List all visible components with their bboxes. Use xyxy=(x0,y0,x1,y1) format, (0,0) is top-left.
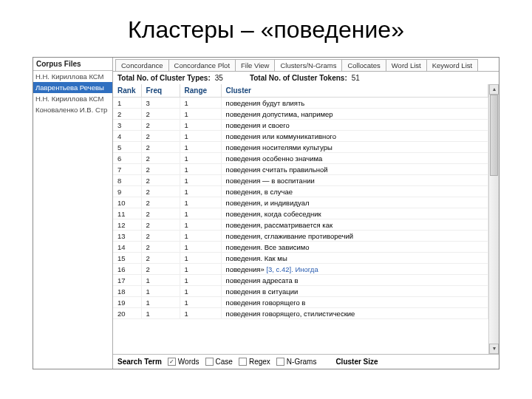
cluster-cell: поведения. Как мы xyxy=(221,253,488,264)
case-checkbox[interactable]: Case xyxy=(205,358,233,366)
cluster-cell: поведения, в случае xyxy=(221,186,488,197)
table-row[interactable]: 221поведения допустима, например xyxy=(113,109,488,120)
results-table-wrap: Rank Freq Range Cluster 131поведения буд… xyxy=(113,84,488,354)
scroll-down-button[interactable]: ▾ xyxy=(489,344,499,354)
cluster-cell: поведения, рассматривается как xyxy=(221,219,488,231)
table-row[interactable]: 721поведения считать правильной xyxy=(113,164,488,175)
col-cluster[interactable]: Cluster xyxy=(221,84,488,98)
col-rank[interactable]: Rank xyxy=(113,84,141,98)
cluster-cell: поведения носителями культуры xyxy=(221,142,488,153)
cluster-cell: поведения или коммуникативного xyxy=(221,131,488,142)
ngrams-label: N-Grams xyxy=(287,358,317,366)
cluster-cell: поведения адресата в xyxy=(221,275,488,286)
search-term-label: Search Term xyxy=(117,358,162,366)
cluster-tokens-value: 51 xyxy=(352,74,360,82)
col-freq[interactable]: Freq xyxy=(141,84,180,98)
table-row[interactable]: 821поведения — в воспитании xyxy=(113,175,488,186)
tab-keyword-list[interactable]: Keyword List xyxy=(426,59,478,71)
table-row[interactable]: 621поведения особенно значима xyxy=(113,153,488,164)
cluster-cell: поведения, сглаживание противоречий xyxy=(221,231,488,242)
scroll-thumb[interactable] xyxy=(490,95,498,176)
table-row[interactable]: 1221поведения, рассматривается как xyxy=(113,219,488,231)
tab-bar: ConcordanceConcordance PlotFile ViewClus… xyxy=(113,58,499,71)
slide-title: Кластеры – «поведение» xyxy=(0,0,532,57)
corpus-files-pane: Corpus Files Н.Н. Кириллова КСМЛаврентье… xyxy=(33,58,113,369)
regex-label: Regex xyxy=(249,358,270,366)
tab-concordance[interactable]: Concordance xyxy=(115,59,169,71)
cluster-cell: поведения — в воспитании xyxy=(221,175,488,186)
words-label: Words xyxy=(178,358,200,366)
cluster-tokens-label: Total No. of Cluster Tokens: xyxy=(250,74,347,82)
corpus-files-list[interactable]: Н.Н. Кириллова КСМЛаврентьева РечевыН.Н.… xyxy=(33,70,112,369)
cluster-cell: поведения. Все зависимо xyxy=(221,242,488,253)
table-row[interactable]: 1711поведения адресата в xyxy=(113,275,488,286)
table-row[interactable]: 521поведения носителями культуры xyxy=(113,142,488,153)
totals-row: Total No. of Cluster Types: 35 Total No.… xyxy=(113,72,499,84)
cluster-cell: поведения говорящего, стилистические xyxy=(221,308,488,319)
regex-checkbox[interactable]: Regex xyxy=(239,358,270,366)
table-row[interactable]: 421поведения или коммуникативного xyxy=(113,131,488,142)
tab-collocates[interactable]: Collocates xyxy=(341,59,386,71)
table-row[interactable]: 321поведения и своего xyxy=(113,120,488,131)
corpus-file-item[interactable]: Коноваленко И.В. Стр xyxy=(33,104,112,115)
tab-file-view[interactable]: File View xyxy=(235,59,275,71)
table-row[interactable]: 1121поведения, когда собеседник xyxy=(113,208,488,219)
table-row[interactable]: 1911поведения говорящего в xyxy=(113,297,488,308)
search-bar: Search Term ✓ Words Case Regex xyxy=(113,354,499,369)
cluster-cell: поведения» [3, с.42]. Иногда xyxy=(221,264,488,275)
cluster-cell: поведения особенно значима xyxy=(221,153,488,164)
table-row[interactable]: 1811поведения в ситуации xyxy=(113,286,488,297)
tab-clusters-n-grams[interactable]: Clusters/N-Grams xyxy=(274,59,342,71)
ngrams-checkbox[interactable]: N-Grams xyxy=(276,358,317,366)
main-pane: ConcordanceConcordance PlotFile ViewClus… xyxy=(113,58,499,369)
table-row[interactable]: 1321поведения, сглаживание противоречий xyxy=(113,231,488,242)
tab-concordance-plot[interactable]: Concordance Plot xyxy=(168,59,236,71)
cluster-cell: поведения говорящего в xyxy=(221,297,488,308)
case-label: Case xyxy=(216,358,233,366)
table-row[interactable]: 1021поведения, и индивидуал xyxy=(113,197,488,208)
tab-word-list[interactable]: Word List xyxy=(386,59,427,71)
corpus-file-item[interactable]: Н.Н. Кириллова КСМ xyxy=(33,93,112,104)
table-row[interactable]: 131поведения будут влиять xyxy=(113,98,488,109)
cluster-types-value: 35 xyxy=(215,74,223,82)
words-checkbox[interactable]: ✓ Words xyxy=(168,358,200,366)
corpus-file-item[interactable]: Н.Н. Кириллова КСМ xyxy=(33,71,112,82)
vertical-scrollbar[interactable]: ▴ ▾ xyxy=(488,84,499,354)
cluster-cell: поведения, когда собеседник xyxy=(221,208,488,219)
cluster-cell: поведения и своего xyxy=(221,120,488,131)
table-row[interactable]: 921поведения, в случае xyxy=(113,186,488,197)
cluster-cell: поведения допустима, например xyxy=(221,109,488,120)
results-table: Rank Freq Range Cluster 131поведения буд… xyxy=(113,84,488,319)
corpus-files-header: Corpus Files xyxy=(33,58,112,70)
cluster-size-label: Cluster Size xyxy=(335,358,378,366)
corpus-file-item[interactable]: Лаврентьева Речевы xyxy=(33,82,112,93)
cluster-cell: поведения в ситуации xyxy=(221,286,488,297)
table-row[interactable]: 1521поведения. Как мы xyxy=(113,253,488,264)
scroll-up-button[interactable]: ▴ xyxy=(489,84,499,95)
scroll-track[interactable] xyxy=(489,95,499,344)
app-window: Corpus Files Н.Н. Кириллова КСМЛаврентье… xyxy=(33,57,499,369)
cluster-cell: поведения считать правильной xyxy=(221,164,488,175)
cluster-cell: поведения будут влиять xyxy=(221,98,488,109)
cluster-types-label: Total No. of Cluster Types: xyxy=(117,74,211,82)
col-range[interactable]: Range xyxy=(180,84,221,98)
table-row[interactable]: 1621поведения» [3, с.42]. Иногда xyxy=(113,264,488,275)
cluster-cell: поведения, и индивидуал xyxy=(221,197,488,208)
table-row[interactable]: 2011поведения говорящего, стилистические xyxy=(113,308,488,319)
table-row[interactable]: 1421поведения. Все зависимо xyxy=(113,242,488,253)
